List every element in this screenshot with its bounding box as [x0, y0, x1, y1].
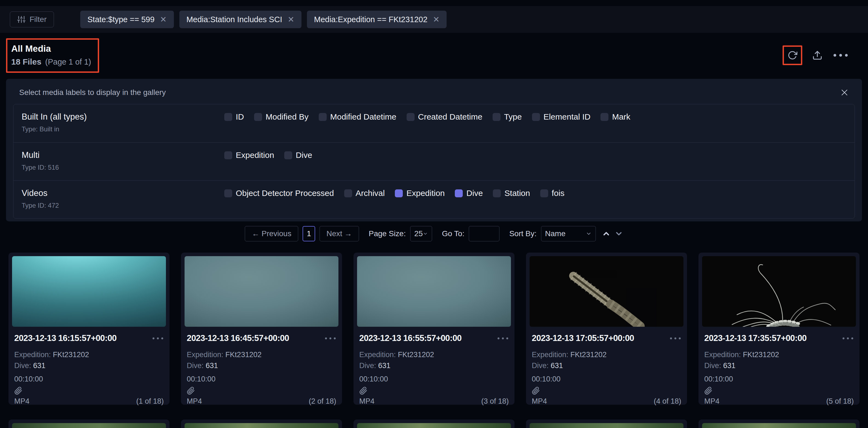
media-thumbnail[interactable]	[530, 423, 683, 428]
media-thumbnail[interactable]	[702, 423, 856, 428]
goto-label: Go To:	[442, 229, 464, 238]
media-format: MP4	[187, 397, 202, 405]
checkbox[interactable]	[319, 113, 327, 121]
dive-label: Dive:	[359, 362, 376, 370]
checkbox[interactable]	[344, 189, 352, 197]
label-option[interactable]: Modified By	[254, 112, 309, 122]
checkbox[interactable]	[254, 113, 262, 121]
filter-button[interactable]: Filter	[10, 11, 54, 27]
label-option[interactable]: Expedition	[395, 189, 445, 198]
chip-remove-icon[interactable]: ✕	[160, 15, 166, 24]
label-option-text: ID	[236, 112, 244, 122]
label-option[interactable]: Created Datetime	[407, 112, 483, 122]
sort-by-select[interactable]: Name	[541, 226, 596, 241]
label-option-text: Created Datetime	[418, 112, 483, 122]
checkbox[interactable]	[540, 189, 548, 197]
card-menu-icon[interactable]	[497, 336, 509, 340]
close-icon[interactable]	[840, 88, 849, 97]
sort-descending-icon[interactable]	[615, 229, 623, 238]
label-option[interactable]: fois	[540, 189, 565, 198]
sort-by-value: Name	[545, 229, 566, 238]
filter-chip-expedition[interactable]: Media:Expedition == FKt231202 ✕	[307, 11, 447, 28]
label-option[interactable]: Station	[493, 189, 530, 198]
media-title[interactable]: 2023-12-13 16:55:57+00:00	[359, 333, 462, 343]
media-card	[526, 420, 687, 428]
media-gallery: 2023-12-13 16:15:57+00:00 Expedition: FK…	[0, 253, 868, 428]
label-option[interactable]: Dive	[284, 151, 312, 160]
attachment-icon	[14, 387, 166, 395]
card-menu-icon[interactable]	[842, 336, 854, 340]
label-option[interactable]: Expedition	[224, 151, 274, 160]
label-row-info: Videos Type ID: 472	[22, 188, 224, 209]
media-thumbnail[interactable]	[357, 423, 511, 428]
chip-remove-icon[interactable]: ✕	[433, 15, 439, 24]
media-thumbnail[interactable]	[185, 256, 338, 327]
checkbox[interactable]	[455, 189, 463, 197]
filter-chip-state-type[interactable]: State:$type == 599 ✕	[80, 11, 174, 28]
card-menu-icon[interactable]	[670, 336, 681, 340]
goto-page-input[interactable]	[469, 226, 499, 241]
dive-label: Dive:	[14, 362, 31, 370]
media-title[interactable]: 2023-12-13 17:35:57+00:00	[704, 333, 807, 343]
media-thumbnail[interactable]	[12, 423, 166, 428]
label-option[interactable]: Elemental ID	[532, 112, 591, 122]
label-options: Expedition Dive	[224, 150, 312, 160]
label-option[interactable]: Type	[493, 112, 522, 122]
label-type-rows: Built In (all types) Type: Built in ID M…	[13, 104, 855, 219]
chip-remove-icon[interactable]: ✕	[287, 15, 294, 24]
media-title[interactable]: 2023-12-13 16:15:57+00:00	[14, 333, 117, 343]
expedition-label: Expedition:	[359, 351, 396, 359]
sea-pen-image	[530, 256, 683, 327]
media-card	[8, 420, 169, 428]
media-thumbnail[interactable]	[12, 256, 166, 327]
label-option[interactable]: Object Detector Processed	[224, 189, 334, 198]
page-size-label: Page Size:	[369, 229, 406, 238]
media-card: 2023-12-13 16:55:57+00:00 Expedition: FK…	[353, 253, 515, 405]
media-title[interactable]: 2023-12-13 17:05:57+00:00	[532, 333, 634, 343]
checkbox[interactable]	[532, 113, 540, 121]
page-size-select[interactable]: 25	[410, 226, 432, 241]
label-option[interactable]: ID	[224, 112, 244, 122]
chevron-down-icon	[423, 231, 428, 237]
label-option[interactable]: Dive	[455, 189, 483, 198]
previous-page-button[interactable]: ← Previous	[245, 226, 298, 241]
pagination-bar: ← Previous 1 Next → Page Size: 25 Go To:…	[0, 226, 868, 242]
media-thumbnail[interactable]	[357, 256, 511, 327]
label-row-built-in: Built In (all types) Type: Built in ID M…	[13, 104, 855, 142]
checkbox[interactable]	[395, 189, 403, 197]
checkbox[interactable]	[224, 151, 232, 159]
media-labels-panel: Select media labels to display in the ga…	[6, 79, 862, 221]
card-menu-icon[interactable]	[324, 336, 336, 340]
checkbox[interactable]	[493, 113, 500, 121]
filter-chip-label: Media:Expedition == FKt231202	[314, 15, 427, 24]
label-option[interactable]: Modified Datetime	[319, 112, 397, 122]
refresh-icon[interactable]	[787, 51, 797, 60]
checkbox[interactable]	[224, 189, 232, 197]
checkbox[interactable]	[407, 113, 414, 121]
more-options-icon[interactable]	[832, 54, 849, 57]
media-title[interactable]: 2023-12-13 16:45:57+00:00	[187, 333, 289, 343]
expedition-value: FKt231202	[570, 351, 607, 359]
dive-label: Dive:	[187, 362, 204, 370]
filter-chip-station[interactable]: Media:Station Includes SCI ✕	[179, 11, 302, 28]
media-position: (2 of 18)	[309, 397, 336, 405]
card-menu-icon[interactable]	[152, 336, 164, 340]
media-duration: 00:10:00	[530, 375, 683, 384]
checkbox[interactable]	[224, 113, 232, 121]
label-option[interactable]: Archival	[344, 189, 385, 198]
checkbox[interactable]	[600, 113, 609, 121]
upload-icon[interactable]	[812, 50, 823, 61]
media-duration: 00:10:00	[12, 375, 166, 384]
next-page-button[interactable]: Next →	[319, 226, 359, 241]
media-labels-panel-header: Select media labels to display in the ga…	[13, 87, 855, 98]
attachment-icon	[187, 387, 338, 395]
checkbox[interactable]	[284, 151, 292, 159]
label-option[interactable]: Mark	[600, 112, 630, 122]
media-thumbnail[interactable]	[702, 256, 856, 327]
label-row-name: Videos	[22, 188, 224, 198]
checkbox[interactable]	[493, 189, 501, 197]
media-thumbnail[interactable]	[530, 256, 683, 327]
current-page-button[interactable]: 1	[303, 226, 315, 241]
media-thumbnail[interactable]	[185, 423, 338, 428]
sort-ascending-icon[interactable]	[602, 229, 611, 238]
